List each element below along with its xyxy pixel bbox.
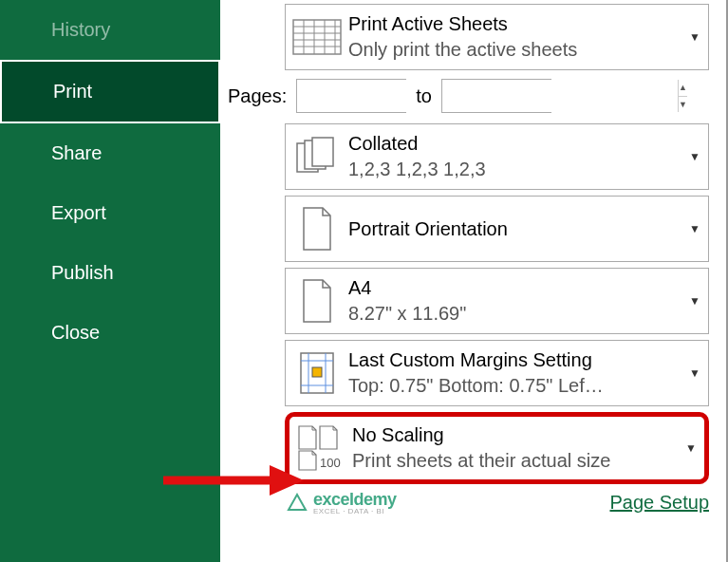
chevron-down-icon: ▼ — [689, 222, 708, 235]
page-setup-link[interactable]: Page Setup — [609, 492, 709, 514]
sidebar-item-export[interactable]: Export — [0, 183, 220, 243]
scaling-sub: Print sheets at their actual size — [352, 450, 676, 472]
scaling-icon: 100 — [289, 417, 352, 479]
page-icon — [286, 269, 348, 333]
svg-rect-17 — [312, 367, 322, 377]
pages-to-spinner[interactable]: ▲ ▼ — [441, 79, 551, 113]
margins-icon — [286, 341, 348, 405]
pages-label: Pages: — [228, 85, 287, 107]
pages-from-spinner[interactable]: ▲ ▼ — [296, 79, 406, 113]
paper-sub: 8.27" x 11.69" — [348, 303, 680, 325]
portrait-page-icon — [286, 197, 348, 261]
sidebar-item-print[interactable]: Print — [0, 60, 220, 123]
pages-range-row: Pages: ▲ ▼ to ▲ ▼ — [228, 76, 709, 116]
print-settings-panel: Print Active Sheets Only print the activ… — [220, 0, 728, 562]
collation-title: Collated — [348, 133, 680, 155]
collation-dropdown[interactable]: Collated 1,2,3 1,2,3 1,2,3 ▼ — [285, 123, 709, 190]
pages-to-label: to — [416, 85, 432, 107]
sidebar-item-close[interactable]: Close — [0, 303, 220, 363]
chevron-down-icon: ▼ — [689, 150, 708, 163]
svg-text:100: 100 — [320, 456, 341, 470]
margins-sub: Top: 0.75" Bottom: 0.75" Lef… — [348, 375, 680, 397]
exceldemy-watermark: exceldemy EXCEL · DATA · BI — [287, 490, 397, 515]
margins-dropdown[interactable]: Last Custom Margins Setting Top: 0.75" B… — [285, 340, 709, 406]
svg-marker-19 — [289, 495, 306, 510]
pages-to-input[interactable] — [442, 80, 678, 112]
scaling-dropdown[interactable]: 100 No Scaling Print sheets at their act… — [285, 412, 709, 484]
chevron-down-icon: ▼ — [689, 30, 708, 44]
sidebar-item-history[interactable]: History — [0, 0, 220, 60]
paper-size-dropdown[interactable]: A4 8.27" x 11.69" ▼ — [285, 268, 709, 334]
collated-pages-icon — [286, 124, 348, 189]
backstage-sidebar: History Print Share Export Publish Close — [0, 0, 220, 562]
margins-title: Last Custom Margins Setting — [348, 349, 680, 371]
chevron-down-icon: ▼ — [689, 366, 708, 380]
orientation-dropdown[interactable]: Portrait Orientation ▼ — [285, 196, 709, 262]
chevron-down-icon: ▼ — [689, 294, 708, 308]
sidebar-item-share[interactable]: Share — [0, 123, 220, 183]
print-what-sub: Only print the active sheets — [348, 39, 680, 61]
scaling-title: No Scaling — [352, 424, 676, 446]
chevron-down-icon: ▼ — [685, 441, 704, 455]
sheets-grid-icon — [286, 5, 348, 69]
paper-title: A4 — [348, 277, 680, 299]
print-what-title: Print Active Sheets — [348, 13, 680, 35]
spinner-down-icon[interactable]: ▼ — [679, 97, 687, 113]
orientation-title: Portrait Orientation — [348, 218, 680, 240]
svg-rect-0 — [293, 20, 341, 54]
print-what-dropdown[interactable]: Print Active Sheets Only print the activ… — [285, 4, 709, 70]
spinner-up-icon[interactable]: ▲ — [679, 80, 687, 97]
svg-rect-11 — [312, 138, 333, 166]
sidebar-item-publish[interactable]: Publish — [0, 243, 220, 303]
collation-sub: 1,2,3 1,2,3 1,2,3 — [348, 159, 680, 180]
